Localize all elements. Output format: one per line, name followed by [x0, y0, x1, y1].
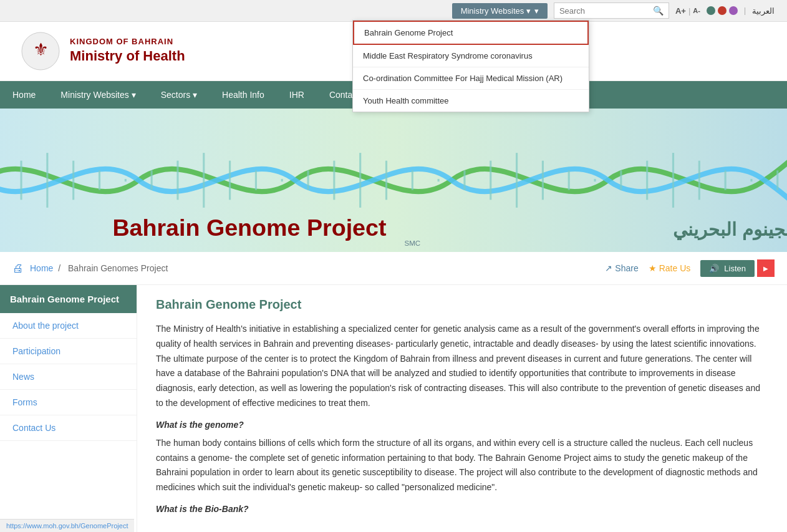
dna-banner-graphic: Bahrain Genome Project مشروع الجينوم الب… [0, 109, 787, 252]
rate-button[interactable]: ★ Rate Us [649, 263, 691, 273]
status-url: https://www.moh.gov.bh/GenomeProject [6, 522, 128, 530]
share-button[interactable]: ↗ Share [605, 263, 638, 273]
color-red-dot[interactable] [718, 6, 727, 15]
sidebar-item-forms[interactable]: Forms [0, 390, 137, 415]
hero-banner: Bahrain Genome Project مشروع الجينوم الب… [0, 109, 787, 252]
color-theme-selector [707, 6, 738, 15]
star-icon: ★ [649, 263, 657, 273]
font-size-controls: A+ | A- [675, 6, 700, 16]
sidebar: Bahrain Genome Project About the project… [0, 285, 137, 532]
dropdown-item-genome[interactable]: Bahrain Genome Project [353, 21, 589, 45]
arabic-language-link[interactable]: العربية [752, 6, 775, 16]
sidebar-item-participation[interactable]: Participation [0, 339, 137, 364]
search-input[interactable] [554, 4, 648, 18]
content-title: Bahrain Genome Project [156, 297, 768, 312]
breadcrumb-current: Bahrain Genomes Project [68, 263, 168, 273]
listen-button[interactable]: 🔊 Listen [700, 260, 755, 277]
dropdown-item-hajj[interactable]: Co-ordination Committee For Hajj Medical… [353, 67, 589, 90]
breadcrumb-bar: 🖨 Home / Bahrain Genomes Project ↗ Share… [0, 252, 787, 285]
color-green-dot[interactable] [707, 6, 715, 15]
content-subheading-2: What is the Bio-Bank? [156, 504, 768, 514]
sidebar-item-contact[interactable]: Contact Us [0, 415, 137, 441]
nav-ihr[interactable]: IHR [277, 81, 317, 109]
font-decrease-button[interactable]: A- [693, 7, 700, 14]
play-icon: ▶ [763, 265, 768, 272]
nav-home[interactable]: Home [0, 81, 48, 109]
dropdown-item-mers[interactable]: Middle East Respiratory Syndrome coronav… [353, 45, 589, 67]
color-purple-dot[interactable] [729, 6, 738, 15]
speaker-icon: 🔊 [709, 264, 719, 273]
dropdown-item-youth[interactable]: Youth Health committee [353, 90, 589, 112]
ministry-dropdown-menu: Bahrain Genome Project Middle East Respi… [352, 20, 589, 112]
svg-text:مشروع الجينوم البحريني: مشروع الجينوم البحريني [674, 220, 788, 241]
content-subheading-1: What is the genome? [156, 420, 768, 430]
play-button[interactable]: ▶ [757, 259, 775, 277]
top-bar: Ministry Websites ▾ Bahrain Genome Proje… [0, 0, 787, 22]
sidebar-item-about[interactable]: About the project [0, 313, 137, 339]
svg-text:Bahrain Genome Project: Bahrain Genome Project [112, 215, 387, 241]
breadcrumb-home-link[interactable]: Home [30, 263, 53, 273]
content-paragraph-2: The human body contains billions of cell… [156, 436, 768, 495]
ministry-websites-button[interactable]: Ministry Websites ▾ [452, 3, 548, 19]
breadcrumb-left: 🖨 Home / Bahrain Genomes Project [12, 262, 170, 275]
svg-text:SMC: SMC [405, 239, 421, 247]
sidebar-item-news[interactable]: News [0, 364, 137, 390]
logo-text: KINGDOM OF BAHRAIN Ministry of Health [70, 37, 185, 65]
nav-ministry[interactable]: Ministry Websites ▾ [48, 81, 148, 109]
breadcrumb-links: Home / Bahrain Genomes Project [30, 263, 170, 273]
share-icon: ↗ [605, 263, 612, 273]
font-increase-button[interactable]: A+ [675, 6, 686, 16]
content-paragraph-1: The Ministry of Health's initiative in e… [156, 322, 768, 411]
content-area: Bahrain Genome Project The Ministry of H… [137, 285, 787, 532]
nav-sectors[interactable]: Sectors ▾ [148, 81, 210, 109]
svg-text:⚜: ⚜ [33, 40, 49, 59]
logo-area: ⚜ KINGDOM OF BAHRAIN Ministry of Health [19, 29, 185, 73]
sidebar-title: Bahrain Genome Project [0, 285, 137, 313]
search-wrap: 🔍 [554, 2, 669, 19]
search-button[interactable]: 🔍 [648, 3, 669, 18]
print-icon[interactable]: 🖨 [12, 262, 24, 275]
status-bar: https://www.moh.gov.bh/GenomeProject [0, 519, 134, 532]
ministry-label: Ministry of Health [70, 47, 185, 65]
bahrain-coat-of-arms-icon: ⚜ [19, 29, 62, 73]
main-content: Bahrain Genome Project About the project… [0, 285, 787, 532]
breadcrumb-right: ↗ Share ★ Rate Us 🔊 Listen ▶ [605, 259, 775, 277]
breadcrumb-separator: / [58, 263, 63, 273]
kingdom-label: KINGDOM OF BAHRAIN [70, 37, 185, 47]
nav-health-info[interactable]: Health Info [210, 81, 277, 109]
